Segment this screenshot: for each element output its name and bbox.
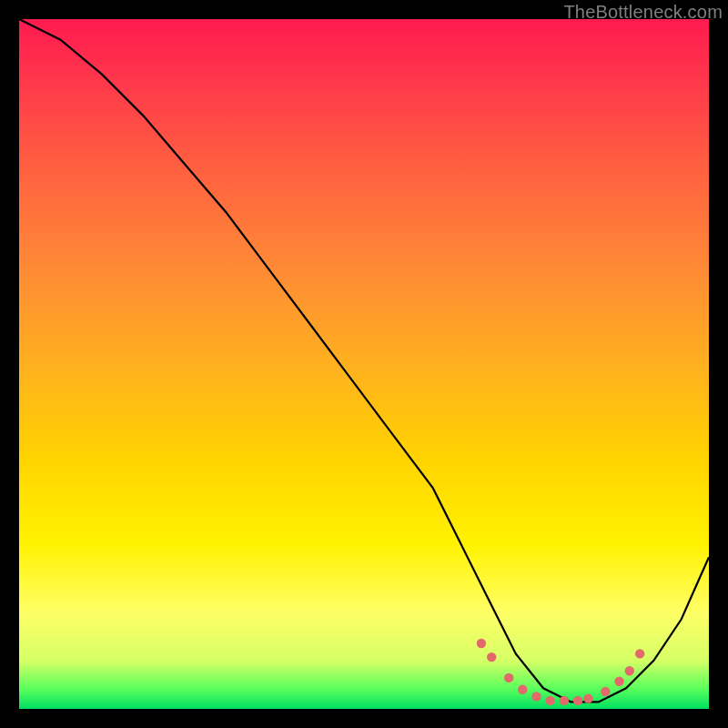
emphasis-dot — [625, 666, 634, 675]
emphasis-dot — [560, 696, 569, 705]
emphasis-dot — [531, 692, 541, 701]
emphasis-dot — [635, 649, 644, 658]
emphasis-dot — [583, 693, 592, 703]
curve-line — [19, 19, 709, 702]
emphasis-dot — [477, 639, 486, 648]
emphasis-dot — [573, 696, 582, 705]
watermark-text: TheBottleneck.com — [563, 2, 723, 23]
chart-frame: TheBottleneck.com — [0, 0, 728, 728]
plot-area — [19, 19, 709, 709]
emphasis-dots — [477, 639, 645, 705]
emphasis-dot — [601, 687, 610, 696]
emphasis-dot — [487, 652, 496, 662]
emphasis-dot — [518, 685, 527, 694]
bottleneck-curve — [19, 19, 709, 709]
emphasis-dot — [546, 696, 555, 705]
emphasis-dot — [614, 677, 623, 686]
emphasis-dot — [504, 673, 513, 682]
